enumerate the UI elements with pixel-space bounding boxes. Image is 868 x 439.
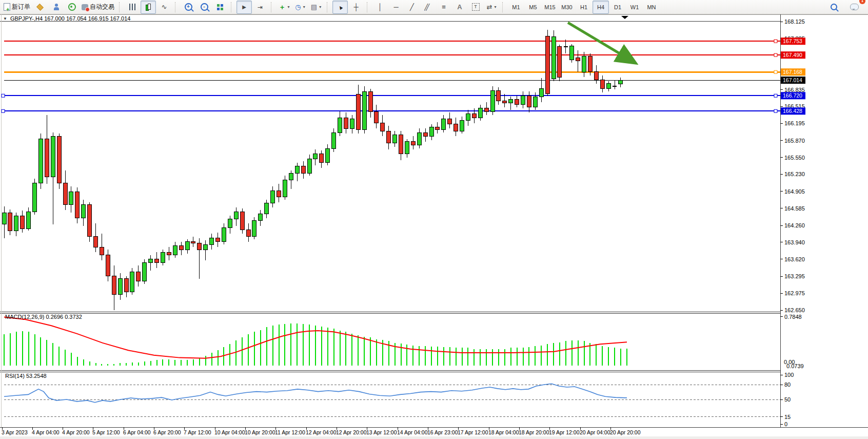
candle-body bbox=[551, 36, 556, 79]
candle-body bbox=[246, 230, 250, 236]
chart-shift-button[interactable]: ⇥ bbox=[252, 1, 268, 14]
candlestick-chart-button[interactable] bbox=[141, 1, 156, 14]
chevron-down-icon: ▾ bbox=[303, 5, 305, 9]
line-anchor-handle[interactable] bbox=[774, 53, 777, 56]
candle-body bbox=[362, 91, 366, 129]
price-tick-label: 164.585 bbox=[784, 205, 805, 212]
periods-button[interactable]: ◷▾ bbox=[292, 1, 308, 14]
candle-body bbox=[594, 71, 598, 80]
line-anchor-handle[interactable] bbox=[2, 109, 5, 112]
timeframe-m15[interactable]: M15 bbox=[542, 1, 558, 14]
new-order-icon bbox=[4, 3, 10, 11]
trendline-tool[interactable]: ╱ bbox=[404, 1, 420, 14]
candle-body bbox=[521, 96, 525, 104]
tile-windows-button[interactable] bbox=[212, 1, 228, 14]
bar-chart-button[interactable] bbox=[125, 1, 140, 14]
time-label: 12 Apr 20:00 bbox=[336, 429, 367, 435]
candle-body bbox=[326, 148, 330, 163]
candle-body bbox=[252, 221, 257, 237]
signals-button[interactable] bbox=[64, 1, 80, 14]
line-anchor-handle[interactable] bbox=[774, 40, 777, 43]
text-tool-icon: A bbox=[457, 3, 462, 11]
line-chart-button[interactable]: ∿ bbox=[156, 1, 172, 14]
templates-button[interactable]: ▤▾ bbox=[308, 1, 324, 14]
price-tick-label: 166.835 bbox=[784, 87, 805, 93]
window-bottom-edge bbox=[0, 436, 868, 439]
text-tool[interactable]: A bbox=[452, 1, 467, 14]
candle-body bbox=[405, 142, 409, 154]
line-chart-icon: ∿ bbox=[162, 3, 167, 11]
candle-body bbox=[14, 216, 18, 231]
candle-body bbox=[307, 159, 311, 174]
vertical-line-tool[interactable]: │ bbox=[372, 1, 388, 14]
crosshair-tool-button[interactable]: ┼ bbox=[348, 1, 364, 14]
timeframe-d1[interactable]: D1 bbox=[609, 1, 626, 14]
candle-body bbox=[27, 212, 31, 228]
notifications-button[interactable]: 1 bbox=[846, 1, 862, 14]
rsi-level-label: 15 bbox=[784, 414, 791, 420]
chart-window-title[interactable]: ▼ GBPJPY-,H4 167.000 167.054 166.915 167… bbox=[3, 15, 130, 22]
timeframe-m30[interactable]: M30 bbox=[559, 1, 575, 14]
symbol-dropdown-icon[interactable]: ▼ bbox=[3, 16, 7, 21]
candle-body bbox=[222, 227, 226, 242]
candle-body bbox=[210, 238, 214, 244]
time-label: 17 Apr 12:00 bbox=[458, 429, 488, 435]
auto-scroll-button[interactable]: ▶ bbox=[236, 1, 252, 14]
candle-body bbox=[277, 190, 281, 197]
timeframe-w1[interactable]: W1 bbox=[626, 1, 643, 14]
candle-body bbox=[21, 216, 25, 229]
candle-body bbox=[393, 135, 397, 143]
fibonacci-tool[interactable]: ≡ bbox=[436, 1, 451, 14]
time-label: 11 Apr 12:00 bbox=[275, 429, 305, 435]
line-anchor-handle[interactable] bbox=[774, 94, 777, 97]
price-tick-label: 164.905 bbox=[784, 188, 805, 195]
community-button[interactable] bbox=[48, 1, 64, 14]
time-label: 4 Apr 20:00 bbox=[62, 429, 90, 435]
candle-body bbox=[368, 91, 372, 111]
zoom-in-button[interactable]: + bbox=[181, 1, 196, 14]
candle-body bbox=[497, 90, 501, 101]
price-badge-label: 167.168 bbox=[783, 69, 802, 75]
line-anchor-handle[interactable] bbox=[2, 94, 5, 97]
horizontal-line-tool[interactable]: ─ bbox=[388, 1, 404, 14]
channel-tool[interactable]: ╱╱ bbox=[420, 1, 436, 14]
indicators-button[interactable]: ＋▾ bbox=[277, 1, 292, 14]
vertical-line-icon: │ bbox=[378, 3, 382, 11]
candle-body bbox=[356, 94, 360, 129]
candle-body bbox=[490, 90, 495, 111]
market-depth-button[interactable] bbox=[32, 1, 48, 14]
cursor-tool-button[interactable]: ▲ bbox=[332, 1, 348, 14]
toolbar-separator bbox=[119, 2, 123, 12]
time-label: 20 Apr 20:00 bbox=[610, 429, 641, 435]
chart-canvas[interactable]: 168.125167.805166.835166.515166.195165.8… bbox=[0, 0, 868, 439]
candle-body bbox=[338, 118, 342, 132]
candle-body bbox=[161, 252, 165, 263]
candle-body bbox=[558, 47, 562, 78]
candle-body bbox=[570, 46, 574, 60]
timeframe-h1[interactable]: H1 bbox=[576, 1, 592, 14]
candle-body bbox=[136, 272, 141, 281]
candle-body bbox=[442, 119, 446, 130]
timeframe-m1[interactable]: M1 bbox=[508, 1, 524, 14]
auto-trading-button[interactable]: 自动交易 bbox=[80, 1, 116, 14]
line-anchor-handle[interactable] bbox=[774, 70, 777, 73]
timeframe-mn[interactable]: MN bbox=[643, 1, 660, 14]
auto-trading-label: 自动交易 bbox=[90, 3, 114, 11]
search-button[interactable] bbox=[826, 1, 841, 14]
new-order-button[interactable]: 新订单 bbox=[2, 1, 32, 14]
macd-indicator-label: MACD(12,26,9) 0.2696 0.3732 bbox=[5, 314, 82, 320]
time-label: 12 Apr 04:00 bbox=[306, 429, 337, 435]
timeframe-m5[interactable]: M5 bbox=[525, 1, 541, 14]
price-tick-label: 163.620 bbox=[784, 256, 805, 262]
candle-body bbox=[38, 139, 43, 183]
zoom-out-button[interactable]: - bbox=[196, 1, 212, 14]
candle-body bbox=[478, 108, 482, 118]
line-anchor-handle[interactable] bbox=[774, 109, 777, 112]
candle-body bbox=[374, 111, 379, 123]
text-label-tool[interactable]: T bbox=[468, 1, 483, 14]
candle-body bbox=[167, 252, 171, 255]
candle-body bbox=[539, 89, 543, 97]
timeframe-h4[interactable]: H4 bbox=[593, 1, 609, 14]
arrows-tool[interactable]: ⇄▾ bbox=[484, 1, 499, 14]
template-icon: ▤ bbox=[311, 3, 317, 11]
